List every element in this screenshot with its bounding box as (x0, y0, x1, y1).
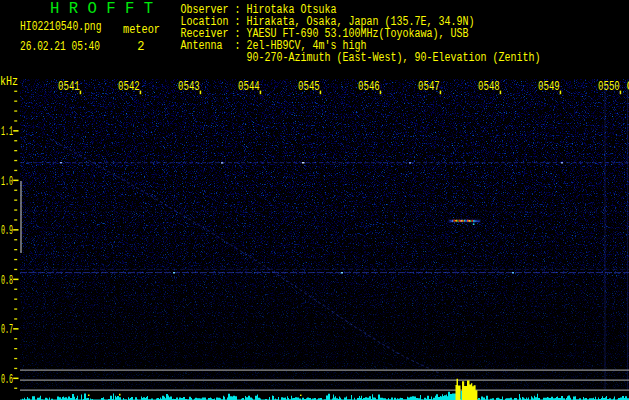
svg-text:0.7: 0.7 (1, 323, 13, 337)
svg-text:H R O F F T: H R O F F T (50, 0, 153, 18)
svg-text:1.0: 1.0 (1, 175, 13, 189)
svg-text:1.1: 1.1 (1, 125, 13, 139)
svg-text:0547: 0547 (418, 80, 440, 94)
svg-text:0545: 0545 (298, 80, 320, 94)
svg-text:90-270-Azimuth (East-West), 90: 90-270-Azimuth (East-West), 90-Elevation… (181, 51, 541, 65)
svg-text:0541: 0541 (58, 80, 80, 94)
svg-text:0544: 0544 (238, 80, 260, 94)
svg-text:0548: 0548 (478, 80, 500, 94)
svg-text:2: 2 (137, 40, 144, 54)
svg-text:0.6: 0.6 (1, 373, 13, 387)
svg-text:0542: 0542 (118, 80, 140, 94)
svg-text:0546: 0546 (358, 80, 380, 94)
svg-text:0.8: 0.8 (1, 274, 13, 288)
svg-text:0543: 0543 (178, 80, 200, 94)
svg-text:0549: 0549 (538, 80, 560, 94)
svg-text:0.9: 0.9 (1, 224, 13, 238)
svg-text:kHz: kHz (0, 75, 18, 89)
svg-text:HI02210540.png: HI02210540.png (20, 20, 102, 34)
svg-text:0550: 0550 (598, 80, 620, 94)
svg-text:meteor: meteor (123, 23, 160, 37)
svg-text:26.02.21 05:40: 26.02.21 05:40 (20, 40, 100, 54)
